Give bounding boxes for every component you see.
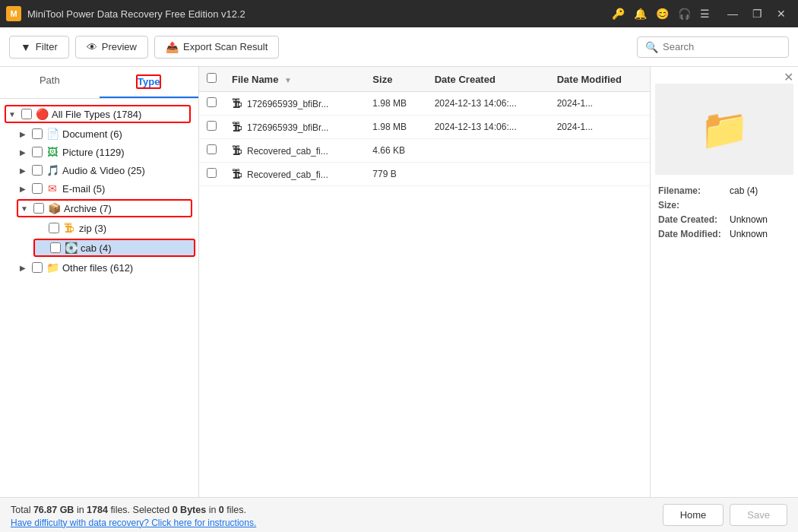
checkbox-av[interactable] [32, 165, 43, 176]
checkbox-email[interactable] [32, 183, 43, 194]
file-icon: 🗜 [232, 121, 242, 133]
key-icon[interactable]: 🔑 [612, 8, 625, 20]
row-filename: 🗜Recovered_cab_fi... [224, 139, 365, 163]
checkbox-zip[interactable] [49, 223, 59, 233]
close-button[interactable]: ✕ [771, 3, 792, 24]
row-modified: 2024-1... [549, 92, 650, 116]
tree-item-zip[interactable]: ▶ 🗜 zip (3) [0, 219, 198, 237]
preview-created-row: Date Created: Unknown [658, 214, 790, 225]
title-bar: M MiniTool Power Data Recovery Free Edit… [0, 0, 798, 27]
content-panel: File Name ▼ Size Date Created Date Modif… [199, 67, 650, 497]
table-row[interactable]: 🗜Recovered_cab_fi... 4.66 KB [199, 139, 650, 163]
bell-icon[interactable]: 🔔 [634, 8, 647, 20]
table-row[interactable]: 🗜1726965939_bfiBr... 1.98 MB 2024-12-13 … [199, 92, 650, 116]
checkbox-cab[interactable] [50, 242, 61, 253]
headphone-icon[interactable]: 🎧 [678, 8, 691, 20]
preview-filename-row: Filename: cab (4) [658, 185, 790, 196]
th-modified: Date Modified [549, 67, 650, 92]
row-checkbox[interactable] [207, 121, 217, 131]
row-check[interactable] [199, 139, 224, 163]
preview-size-label: Size: [658, 200, 727, 211]
row-size: 1.98 MB [365, 92, 426, 116]
main-layout: Path Type ▼ 🔴 All File Types (1784) ▶ 📄 [0, 67, 798, 497]
toggle-archive: ▼ [18, 202, 30, 214]
file-icon: 🗜 [232, 168, 242, 180]
tree-item-doc[interactable]: ▶ 📄 Document (6) [0, 125, 198, 143]
file-icon: 🗜 [232, 144, 242, 157]
label-doc: Document (6) [62, 128, 122, 140]
preview-modified-value: Unknown [730, 229, 768, 239]
toggle-pic: ▶ [17, 146, 29, 158]
row-check[interactable] [199, 116, 224, 139]
filter-button[interactable]: ▼ Filter [9, 36, 69, 59]
other-icon: 📁 [46, 261, 59, 274]
th-created: Date Created [427, 67, 549, 92]
th-check [199, 67, 224, 92]
table-row[interactable]: 🗜Recovered_cab_fi... 779 B [199, 163, 650, 186]
row-size: 1.98 MB [365, 116, 426, 139]
files-table: File Name ▼ Size Date Created Date Modif… [199, 67, 650, 186]
row-check[interactable] [199, 163, 224, 186]
tree-item-all[interactable]: ▼ 🔴 All File Types (1784) [5, 105, 191, 123]
row-size: 779 B [365, 163, 426, 186]
tree-area: ▼ 🔴 All File Types (1784) ▶ 📄 Document (… [0, 99, 198, 281]
tab-path[interactable]: Path [0, 67, 100, 98]
label-zip: zip (3) [79, 223, 106, 234]
select-all-checkbox[interactable] [207, 73, 217, 83]
table-row[interactable]: 🗜1726965939_bfiBr... 1.98 MB 2024-12-13 … [199, 116, 650, 139]
menu-icon[interactable]: ☰ [700, 8, 710, 20]
row-checkbox[interactable] [207, 144, 217, 154]
label-all: All File Types (1784) [52, 109, 141, 120]
checkbox-other[interactable] [32, 262, 43, 273]
table-header-row: File Name ▼ Size Date Created Date Modif… [199, 67, 650, 92]
row-checkbox[interactable] [207, 168, 217, 178]
checkbox-archive[interactable] [33, 203, 44, 214]
tree-item-other[interactable]: ▶ 📁 Other files (612) [0, 258, 198, 277]
window-controls: — ❐ ✕ [722, 3, 792, 24]
file-icon: 🗜 [232, 97, 242, 109]
tree-item-pic[interactable]: ▶ 🖼 Picture (1129) [0, 143, 198, 161]
preview-button[interactable]: 👁 Preview [75, 36, 148, 59]
help-link[interactable]: Have difficulty with data recovery? Clic… [11, 518, 256, 528]
status-text1: Total [11, 505, 33, 515]
maximize-button[interactable]: ❐ [746, 3, 768, 24]
toggle-all: ▼ [6, 108, 18, 120]
th-filename[interactable]: File Name ▼ [224, 67, 365, 92]
checkbox-pic[interactable] [32, 147, 43, 157]
tab-type[interactable]: Type [100, 67, 199, 98]
preview-image-area: 📁 [655, 84, 793, 175]
search-input[interactable] [663, 41, 781, 52]
app-logo: M [6, 6, 21, 21]
status-total-files: 1784 [87, 505, 108, 515]
status-text-area: Total 76.87 GB in 1784 files. Selected 0… [11, 502, 658, 528]
home-button[interactable]: Home [663, 504, 724, 526]
export-button[interactable]: 📤 Export Scan Result [154, 36, 279, 59]
row-modified [549, 139, 650, 163]
minimize-button[interactable]: — [722, 3, 743, 24]
row-check[interactable] [199, 92, 224, 116]
checkbox-doc[interactable] [32, 128, 43, 139]
row-filename: 🗜1726965939_bfiBr... [224, 92, 365, 116]
doc-icon: 📄 [46, 128, 59, 140]
search-icon: 🔍 [645, 41, 658, 53]
tree-item-cab[interactable]: ▶ 💽 cab (4) [33, 239, 195, 257]
save-button[interactable]: Save [730, 504, 787, 526]
sidebar: Path Type ▼ 🔴 All File Types (1784) ▶ 📄 [0, 67, 199, 497]
status-selected-files: 0 [219, 505, 224, 515]
pic-icon: 🖼 [46, 146, 59, 158]
cab-icon: 💽 [64, 242, 78, 254]
status-selected-bytes: 0 Bytes [173, 505, 206, 515]
file-table-body: 🗜1726965939_bfiBr... 1.98 MB 2024-12-13 … [199, 92, 650, 186]
search-box: 🔍 [637, 36, 789, 58]
checkbox-all[interactable] [21, 109, 32, 119]
tree-item-email[interactable]: ▶ ✉ E-mail (5) [0, 179, 198, 198]
preview-close-button[interactable]: ✕ [784, 70, 793, 84]
row-checkbox[interactable] [207, 97, 217, 107]
row-created [427, 163, 549, 186]
status-text5: files. [226, 505, 246, 515]
face-icon[interactable]: 😊 [656, 8, 669, 20]
status-bar: Total 76.87 GB in 1784 files. Selected 0… [0, 497, 798, 532]
tree-item-av[interactable]: ▶ 🎵 Audio & Video (25) [0, 161, 198, 179]
toggle-other: ▶ [17, 261, 29, 274]
tree-item-archive[interactable]: ▼ 📦 Archive (7) [17, 199, 192, 217]
